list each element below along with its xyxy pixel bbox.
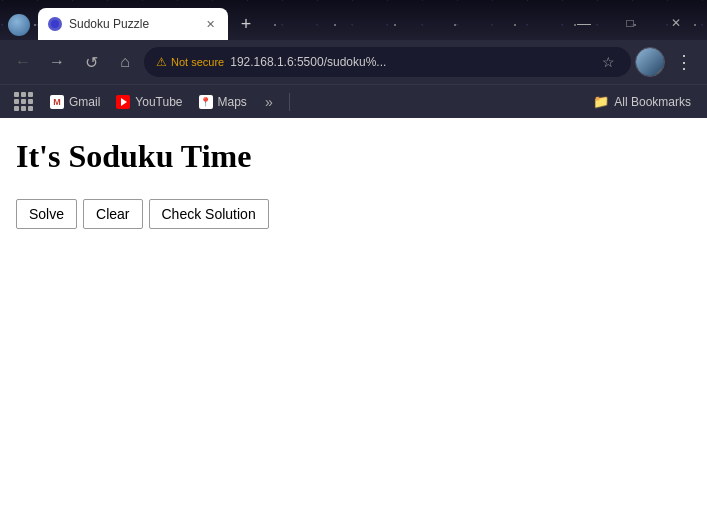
warning-icon: ⚠ bbox=[156, 55, 167, 69]
browser-menu-button[interactable]: ⋮ bbox=[669, 47, 699, 77]
youtube-favicon bbox=[116, 95, 130, 109]
tab-favicon bbox=[48, 17, 62, 31]
bookmark-youtube[interactable]: YouTube bbox=[108, 92, 190, 112]
tab-title: Sudoku Puzzle bbox=[69, 17, 195, 31]
maps-label: Maps bbox=[218, 95, 247, 109]
button-row: Solve Clear Check Solution bbox=[16, 199, 691, 229]
security-indicator: ⚠ Not secure bbox=[156, 55, 224, 69]
bookmark-maps[interactable]: 📍 Maps bbox=[191, 92, 255, 112]
maps-favicon: 📍 bbox=[199, 95, 213, 109]
apps-button[interactable] bbox=[8, 87, 38, 117]
nav-bar: ← → ↺ ⌂ ⚠ Not secure 192.168.1.6:5500/su… bbox=[0, 40, 707, 84]
tab-close-button[interactable]: ✕ bbox=[202, 16, 218, 32]
page-content: It's Soduku Time Solve Clear Check Solut… bbox=[0, 118, 707, 476]
address-text: 192.168.1.6:5500/sudoku%... bbox=[230, 55, 591, 69]
new-tab-button[interactable]: + bbox=[232, 10, 260, 38]
back-button[interactable]: ← bbox=[8, 47, 38, 77]
clear-button[interactable]: Clear bbox=[83, 199, 142, 229]
active-tab[interactable]: Sudoku Puzzle ✕ bbox=[38, 8, 228, 40]
all-bookmarks-label: All Bookmarks bbox=[614, 95, 691, 109]
address-bar[interactable]: ⚠ Not secure 192.168.1.6:5500/sudoku%...… bbox=[144, 47, 631, 77]
more-bookmarks-button[interactable]: » bbox=[255, 88, 283, 116]
reload-button[interactable]: ↺ bbox=[76, 47, 106, 77]
solve-button[interactable]: Solve bbox=[16, 199, 77, 229]
profile-button[interactable] bbox=[635, 47, 665, 77]
maximize-button[interactable]: □ bbox=[607, 8, 653, 38]
folder-icon: 📁 bbox=[593, 94, 609, 109]
gmail-favicon: M bbox=[50, 95, 64, 109]
bookmarks-bar: M Gmail YouTube 📍 Maps » 📁 All Bookmarks bbox=[0, 84, 707, 118]
profile-avatar-small bbox=[8, 14, 30, 36]
gmail-label: Gmail bbox=[69, 95, 100, 109]
check-solution-button[interactable]: Check Solution bbox=[149, 199, 269, 229]
bookmark-gmail[interactable]: M Gmail bbox=[42, 92, 108, 112]
page-title: It's Soduku Time bbox=[16, 138, 691, 175]
bookmark-star-button[interactable]: ☆ bbox=[597, 51, 619, 73]
home-button[interactable]: ⌂ bbox=[110, 47, 140, 77]
minimize-button[interactable]: — bbox=[561, 8, 607, 38]
forward-button[interactable]: → bbox=[42, 47, 72, 77]
close-window-button[interactable]: ✕ bbox=[653, 8, 699, 38]
youtube-label: YouTube bbox=[135, 95, 182, 109]
security-label: Not secure bbox=[171, 56, 224, 68]
all-bookmarks-button[interactable]: 📁 All Bookmarks bbox=[585, 91, 699, 112]
